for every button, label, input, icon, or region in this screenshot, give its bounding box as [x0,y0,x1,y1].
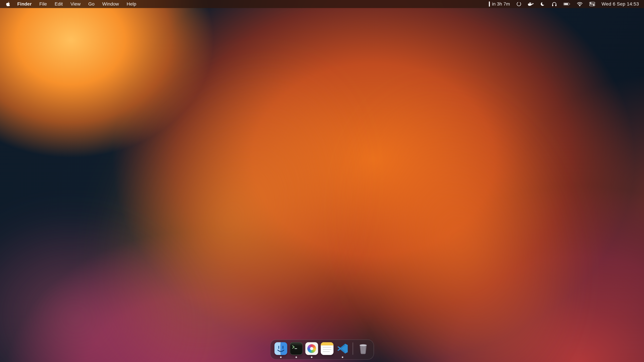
notes-line [323,347,332,348]
wifi-icon[interactable] [577,2,583,6]
notes-icon [321,342,334,355]
menu-window[interactable]: Window [98,0,123,8]
menu-bar-status-area: in 3h 7m [489,1,639,7]
dock-item-vscode[interactable] [336,342,349,355]
menu-app-name[interactable]: Finder [14,0,36,8]
apple-logo-icon [6,1,10,6]
running-indicator [311,357,312,358]
focus-moon-icon[interactable] [540,1,545,6]
menu-view[interactable]: View [66,0,84,8]
trash-icon [357,342,370,355]
menu-edit[interactable]: Edit [51,0,66,8]
docker-whale-icon[interactable] [528,2,534,6]
running-indicator [280,357,282,358]
menu-go[interactable]: Go [84,0,98,8]
menu-file[interactable]: File [36,0,51,8]
menu-help[interactable]: Help [123,0,140,8]
dock-item-notes[interactable] [321,342,334,355]
dock-item-finder[interactable] [274,342,287,355]
menu-extra-bar-icon [489,1,490,6]
vscode-icon [336,342,349,355]
terminal-icon [290,342,303,355]
battery-icon[interactable] [563,2,570,6]
running-indicator [342,357,343,358]
menu-bar: Finder File Edit View Go Window Help in … [0,0,644,8]
running-indicator [296,357,297,358]
dock [270,340,374,360]
notes-line [323,349,332,350]
headphones-icon[interactable] [552,1,557,7]
dock-item-trash[interactable] [357,342,370,355]
countdown-text: in 3h 7m [492,1,510,7]
desktop-wallpaper [0,0,644,362]
menu-bar-clock[interactable]: Wed 6 Sep 14:53 [602,1,639,7]
notes-line [323,351,330,352]
notes-header-stripe [321,342,334,346]
photos-icon [306,342,318,355]
apple-menu[interactable] [5,1,14,6]
dock-item-terminal[interactable] [290,342,303,355]
finder-icon [274,342,287,355]
dock-separator [353,343,353,355]
photos-flower-glyph [308,344,316,353]
control-center-icon[interactable] [589,2,595,6]
wallpaper-petal [298,47,625,362]
dock-item-photos[interactable] [306,342,318,355]
countdown-status[interactable]: in 3h 7m [489,1,510,7]
ring-icon[interactable] [516,1,522,6]
